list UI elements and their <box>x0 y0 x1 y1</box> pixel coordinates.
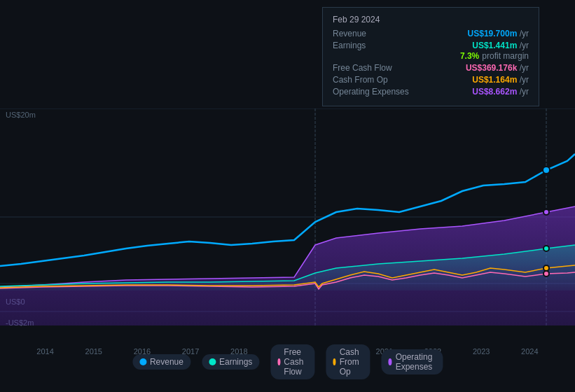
tooltip-value-revenue: US$19.700m /yr <box>468 29 529 38</box>
svg-point-6 <box>543 167 550 174</box>
legend-dot-revenue <box>139 358 146 365</box>
legend-label-fcf: Free Cash Flow <box>284 347 307 377</box>
legend-label-opex: Operating Expenses <box>396 352 436 372</box>
legend-item-revenue[interactable]: Revenue <box>132 354 190 370</box>
tooltip-value-fcf: US$369.176k /yr <box>466 63 529 73</box>
legend-dot-earnings <box>209 358 216 365</box>
tooltip-value-opex: US$8.662m /yr <box>472 87 529 97</box>
tooltip-label-revenue: Revenue <box>333 29 417 38</box>
tooltip-date: Feb 29 2024 <box>333 15 529 24</box>
chart-container: Feb 29 2024 Revenue US$19.700m /yr Earni… <box>0 0 575 392</box>
legend-label-revenue: Revenue <box>150 357 183 367</box>
tooltip-row-earnings: Earnings US$1.441m /yr <box>333 41 529 50</box>
svg-point-8 <box>543 271 549 276</box>
tooltip-margin-row: 7.3% profit margin <box>333 51 529 61</box>
tooltip-label-cfo: Cash From Op <box>333 75 417 85</box>
x-label-2024: 2024 <box>521 347 538 356</box>
tooltip-row-revenue: Revenue US$19.700m /yr <box>333 29 529 38</box>
tooltip-value-earnings: US$1.441m /yr <box>472 41 529 50</box>
svg-point-10 <box>543 209 549 215</box>
svg-point-7 <box>543 246 549 251</box>
tooltip-label-fcf: Free Cash Flow <box>333 63 417 73</box>
svg-point-9 <box>543 265 549 271</box>
legend-item-opex[interactable]: Operating Expenses <box>381 349 443 374</box>
legend-label-cfo: Cash From Op <box>340 347 363 377</box>
tooltip-row-fcf: Free Cash Flow US$369.176k /yr <box>333 63 529 73</box>
legend-item-earnings[interactable]: Earnings <box>202 354 259 370</box>
tooltip-row-cfo: Cash From Op US$1.164m /yr <box>333 75 529 85</box>
legend-dot-fcf <box>277 358 280 365</box>
x-label-2014: 2014 <box>36 347 53 356</box>
x-label-2023: 2023 <box>473 347 490 356</box>
tooltip-box: Feb 29 2024 Revenue US$19.700m /yr Earni… <box>322 7 539 106</box>
tooltip-value-cfo: US$1.164m /yr <box>472 75 529 85</box>
legend-item-cfo[interactable]: Cash From Op <box>326 344 370 379</box>
legend-dot-opex <box>388 358 392 365</box>
tooltip-margin-label: profit margin <box>482 51 529 61</box>
legend: Revenue Earnings Free Cash Flow Cash Fro… <box>132 344 443 379</box>
tooltip-label-earnings: Earnings <box>333 41 417 50</box>
tooltip-margin-value: 7.3% <box>460 51 479 61</box>
x-label-2015: 2015 <box>85 347 102 356</box>
legend-dot-cfo <box>333 358 335 365</box>
tooltip-row-opex: Operating Expenses US$8.662m /yr <box>333 87 529 97</box>
legend-label-earnings: Earnings <box>219 357 252 367</box>
legend-item-fcf[interactable]: Free Cash Flow <box>270 344 314 379</box>
chart-svg <box>0 108 575 326</box>
tooltip-label-opex: Operating Expenses <box>333 87 417 97</box>
